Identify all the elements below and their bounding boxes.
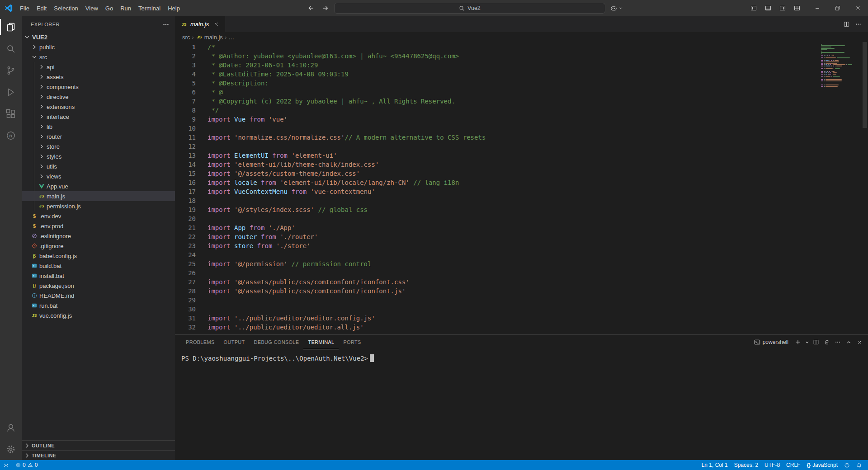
line-number[interactable]: 19 [175,205,196,214]
line-number[interactable]: 24 [175,250,196,259]
line-number[interactable]: 22 [175,232,196,241]
run-and-debug-icon[interactable] [0,81,22,103]
kill-terminal-icon[interactable] [822,337,832,347]
line-number[interactable]: 29 [175,296,196,305]
minimize-button[interactable] [807,0,827,16]
go-forward-icon[interactable] [320,2,331,14]
tree-item-README.md[interactable]: README.md [22,291,175,301]
customize-layout-icon[interactable] [790,0,804,16]
line-number[interactable]: 16 [175,178,196,187]
scrollbar-slider[interactable] [863,42,867,128]
timeline-section[interactable]: TIMELINE [22,450,175,460]
line-number[interactable]: 12 [175,142,196,151]
menu-run[interactable]: Run [117,3,135,14]
code-line-8[interactable]: 8 */ [175,106,818,115]
panel-tab-problems[interactable]: PROBLEMS [181,335,219,349]
notifications-bell-icon[interactable] [853,460,865,470]
menu-help[interactable]: Help [164,3,184,14]
line-number[interactable]: 30 [175,305,196,314]
status-language-mode[interactable]: {}JavaScript [803,460,841,470]
line-number[interactable]: 20 [175,214,196,223]
line-number[interactable]: 26 [175,268,196,277]
menu-file[interactable]: File [16,3,33,14]
code-line-31[interactable]: 31import '../public/ueditor/ueditor.conf… [175,314,818,323]
line-number[interactable]: 10 [175,124,196,133]
code-line-22[interactable]: 22import router from './router' [175,232,818,241]
problems-indicator[interactable]: 0 0 [12,460,41,470]
extensions-icon[interactable] [0,103,22,125]
tree-item-vue.config.js[interactable]: JSvue.config.js [22,310,175,320]
menu-terminal[interactable]: Terminal [135,3,164,14]
tree-item-permission.js[interactable]: JSpermission.js [22,201,175,211]
split-editor-icon[interactable] [841,19,852,30]
remote-r-icon[interactable]: R [0,125,22,146]
more-actions-icon[interactable] [162,21,170,28]
menu-selection[interactable]: Selection [50,3,81,14]
command-center-search[interactable]: Vue2 [334,3,605,14]
code-line-20[interactable]: 20 [175,214,818,223]
menu-edit[interactable]: Edit [33,3,50,14]
tree-item-lib[interactable]: lib [22,122,175,132]
line-number[interactable]: 1 [175,42,196,52]
settings-icon[interactable] [0,438,22,460]
line-number[interactable]: 23 [175,241,196,250]
tree-item-.env.prod[interactable]: $.env.prod [22,221,175,231]
code-line-27[interactable]: 27import '@/assets/public/css/comIconfon… [175,277,818,287]
line-number[interactable]: 25 [175,259,196,268]
line-number[interactable]: 11 [175,133,196,142]
code-line-18[interactable]: 18 [175,196,818,205]
panel-tab-output[interactable]: OUTPUT [219,335,250,349]
code-line-24[interactable]: 24 [175,250,818,259]
more-actions-icon[interactable] [853,19,863,30]
code-line-28[interactable]: 28import '@/assets/public/css/comIconfon… [175,287,818,296]
line-number[interactable]: 2 [175,52,196,61]
go-back-icon[interactable] [305,2,317,14]
tree-item-router[interactable]: router [22,132,175,141]
status-eol[interactable]: CRLF [783,460,803,470]
code-line-1[interactable]: 1/* [175,42,818,52]
breadcrumb-2[interactable]: … [228,34,234,41]
code-line-15[interactable]: 15import '@/assets/custom-theme/index.cs… [175,169,818,178]
tree-item-src[interactable]: src [22,52,175,62]
panel-tab-terminal[interactable]: TERMINAL [303,335,339,349]
code-line-14[interactable]: 14import 'element-ui/lib/theme-chalk/ind… [175,160,818,169]
terminal-profile-dropdown-icon[interactable] [804,337,810,347]
tree-item-views[interactable]: views [22,171,175,181]
tree-item-.env.dev[interactable]: $.env.dev [22,211,175,221]
code-editor[interactable]: 1/*2 * @Author: yubaolee <yubaolee@163.c… [175,42,868,334]
new-terminal-icon[interactable] [793,337,803,347]
tree-item-VUE2[interactable]: VUE2 [22,32,175,42]
more-actions-icon[interactable] [833,337,843,347]
line-number[interactable]: 27 [175,277,196,287]
remote-indicator[interactable] [0,460,12,470]
line-number[interactable]: 21 [175,223,196,232]
code-line-4[interactable]: 4 * @LastEditTime: 2025-04-08 09:03:19 [175,70,818,79]
breadcrumb-1[interactable]: JSmain.js [196,33,223,41]
line-number[interactable]: 13 [175,151,196,160]
tree-item-store[interactable]: store [22,141,175,151]
tree-item-components[interactable]: components [22,82,175,92]
code-line-12[interactable]: 12 [175,142,818,151]
copilot-icon[interactable] [608,5,625,12]
tree-item-babel.config.js[interactable]: βbabel.config.js [22,251,175,261]
outline-section[interactable]: OUTLINE [22,440,175,450]
terminal-profile[interactable]: powershell [754,339,788,345]
split-terminal-icon[interactable] [811,337,821,347]
line-number[interactable]: 9 [175,115,196,124]
toggle-panel-icon[interactable] [761,0,775,16]
code-line-11[interactable]: 11import 'normalize.css/normalize.css'//… [175,133,818,142]
code-line-13[interactable]: 13import ElementUI from 'element-ui' [175,151,818,160]
line-number[interactable]: 17 [175,187,196,196]
line-number[interactable]: 28 [175,287,196,296]
tree-item-public[interactable]: public [22,42,175,52]
search-icon[interactable] [0,38,22,60]
line-number[interactable]: 3 [175,61,196,70]
explorer-icon[interactable] [0,16,22,38]
code-line-32[interactable]: 32import '../public/ueditor/ueditor.all.… [175,323,818,332]
code-line-9[interactable]: 9import Vue from 'vue' [175,115,818,124]
line-number[interactable]: 7 [175,97,196,106]
status-indentation[interactable]: Spaces: 2 [731,460,761,470]
code-line-3[interactable]: 3 * @Date: 2021-06-01 14:10:29 [175,61,818,70]
panel-tab-ports[interactable]: PORTS [339,335,365,349]
tree-item-assets[interactable]: assets [22,72,175,82]
